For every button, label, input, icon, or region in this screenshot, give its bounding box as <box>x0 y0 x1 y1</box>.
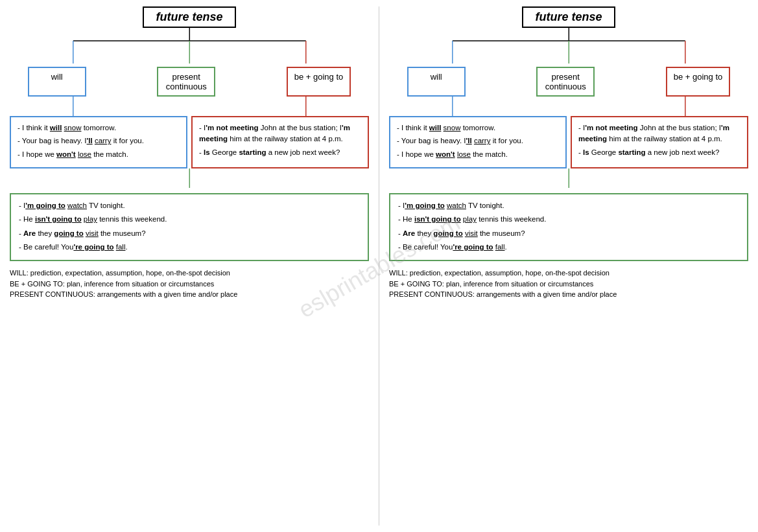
page-divider <box>379 6 379 526</box>
right-will-box: will <box>407 67 466 97</box>
left-will-content: I think it will snow tomorrow. Your bag … <box>10 116 187 168</box>
right-title: future tense <box>522 6 615 28</box>
left-green-connector <box>28 168 351 188</box>
left-footer: WILL: prediction, expectation, assumptio… <box>10 268 369 300</box>
right-going-box: be + going to <box>666 67 731 97</box>
right-branch-row: will presentcontinuous be + going to <box>407 67 731 97</box>
right-bottom-green: I'm going to watch TV tonight. He isn't … <box>389 193 748 262</box>
right-going-content: I'm not meeting John at the bus station;… <box>571 116 748 168</box>
left-content-connector <box>28 97 351 116</box>
right-present-box: presentcontinuous <box>536 67 595 97</box>
right-half: future tense will presentcontinuous <box>389 6 748 526</box>
left-going-box: be + going to <box>287 67 351 97</box>
left-will-box: will <box>28 67 86 97</box>
right-content-connector <box>407 97 731 116</box>
right-green-connector <box>407 168 731 188</box>
left-content-row: I think it will snow tomorrow. Your bag … <box>10 116 369 168</box>
right-tree-connector <box>407 28 731 67</box>
right-footer: WILL: prediction, expectation, assumptio… <box>389 268 748 300</box>
left-branch-row: will presentcontinuous be + going to <box>28 67 351 97</box>
left-bottom-green: I'm going to watch TV tonight. He isn't … <box>10 193 369 262</box>
right-will-content: I think it will snow tomorrow. Your bag … <box>389 116 567 168</box>
right-content-row: I think it will snow tomorrow. Your bag … <box>389 116 748 168</box>
left-tree-connector <box>28 28 351 67</box>
left-going-content: I'm not meeting John at the bus station;… <box>191 116 369 168</box>
left-title: future tense <box>143 6 235 28</box>
left-half: future tense will <box>10 6 369 526</box>
left-present-box: presentcontinuous <box>157 67 215 97</box>
